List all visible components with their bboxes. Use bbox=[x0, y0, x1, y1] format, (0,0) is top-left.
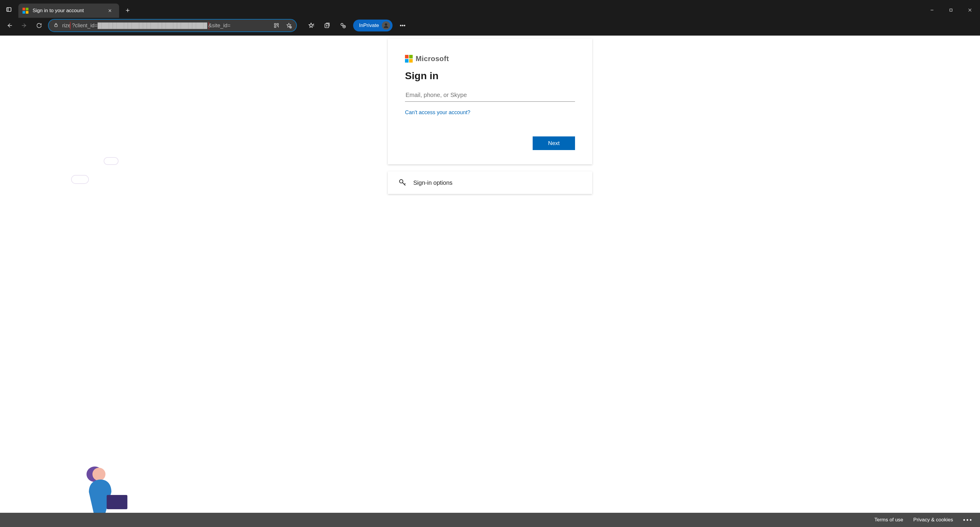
plus-icon bbox=[125, 8, 130, 13]
more-horizontal-icon bbox=[399, 22, 406, 29]
svg-point-8 bbox=[341, 24, 343, 26]
site-info-button[interactable] bbox=[53, 22, 59, 29]
qr-code-button[interactable] bbox=[272, 21, 281, 30]
new-tab-button[interactable] bbox=[121, 4, 134, 17]
svg-rect-2 bbox=[55, 25, 57, 27]
window-controls bbox=[924, 4, 978, 18]
address-bar-url: rize?client_id=█████████████████████████… bbox=[62, 22, 269, 29]
svg-point-12 bbox=[402, 25, 403, 26]
heart-pulse-icon bbox=[340, 22, 346, 29]
address-bar[interactable]: rize?client_id=█████████████████████████… bbox=[48, 19, 297, 32]
tab-title: Sign in to your account bbox=[33, 8, 102, 14]
microsoft-wordmark: Microsoft bbox=[416, 54, 449, 63]
favorites-button[interactable] bbox=[305, 19, 317, 32]
minimize-icon bbox=[930, 8, 934, 13]
collections-button[interactable] bbox=[321, 19, 333, 32]
star-plus-icon bbox=[286, 22, 292, 29]
page-footer: Terms of use Privacy & cookies ••• bbox=[0, 513, 980, 527]
nav-back-button[interactable] bbox=[3, 19, 15, 32]
next-button[interactable]: Next bbox=[533, 136, 575, 150]
window-maximize-button[interactable] bbox=[943, 4, 959, 16]
signin-options-button[interactable]: Sign-in options bbox=[388, 171, 592, 194]
signin-heading: Sign in bbox=[405, 70, 575, 81]
svg-point-15 bbox=[86, 466, 103, 482]
cant-access-account-link[interactable]: Can't access your account? bbox=[405, 109, 471, 116]
add-favorite-button[interactable] bbox=[285, 21, 293, 30]
svg-rect-5 bbox=[274, 26, 276, 27]
decorative-illustration-icon bbox=[68, 457, 133, 513]
page-viewport: Microsoft Sign in Can't access your acco… bbox=[0, 35, 980, 513]
svg-point-13 bbox=[404, 25, 405, 26]
privacy-cookies-link[interactable]: Privacy & cookies bbox=[913, 517, 953, 523]
arrow-right-icon bbox=[21, 22, 27, 29]
profile-avatar-icon bbox=[382, 21, 390, 30]
terms-of-use-link[interactable]: Terms of use bbox=[875, 517, 903, 523]
decorative-cloud-icon bbox=[71, 175, 89, 184]
titlebar: Sign in to your account bbox=[0, 0, 980, 18]
inprivate-label: InPrivate bbox=[359, 22, 379, 29]
tab-close-button[interactable] bbox=[106, 7, 114, 14]
svg-rect-17 bbox=[107, 495, 127, 509]
microsoft-logo: Microsoft bbox=[405, 54, 575, 63]
microsoft-favicon-icon bbox=[22, 8, 29, 14]
tab-actions-button[interactable] bbox=[3, 3, 15, 15]
url-redacted-segment: ?client_id=█████████████████████████████ bbox=[71, 22, 208, 29]
maximize-icon bbox=[948, 8, 953, 13]
active-tab[interactable]: Sign in to your account bbox=[18, 3, 119, 18]
microsoft-logo-icon bbox=[405, 55, 413, 62]
settings-menu-button[interactable] bbox=[397, 19, 409, 32]
svg-rect-4 bbox=[277, 24, 278, 25]
decorative-cloud-icon bbox=[104, 157, 118, 165]
svg-rect-3 bbox=[274, 24, 276, 25]
browser-chrome: Sign in to your account bbox=[0, 0, 980, 35]
tab-actions-icon bbox=[6, 6, 12, 13]
key-icon bbox=[398, 179, 407, 187]
svg-rect-1 bbox=[950, 9, 952, 11]
url-prefix: rize bbox=[62, 22, 71, 29]
svg-point-11 bbox=[400, 25, 401, 26]
qr-icon bbox=[274, 22, 279, 29]
inprivate-indicator[interactable]: InPrivate bbox=[353, 19, 393, 32]
collections-icon bbox=[324, 22, 330, 29]
browser-essentials-button[interactable] bbox=[337, 19, 349, 32]
nav-refresh-button[interactable] bbox=[33, 19, 45, 32]
signin-options-label: Sign-in options bbox=[413, 179, 452, 186]
toolbar-right: InPrivate bbox=[305, 19, 409, 32]
svg-point-10 bbox=[385, 24, 387, 26]
window-close-button[interactable] bbox=[962, 4, 978, 16]
nav-forward-button[interactable] bbox=[18, 19, 30, 32]
star-list-icon bbox=[308, 22, 314, 29]
svg-rect-0 bbox=[7, 8, 11, 11]
close-icon bbox=[967, 8, 972, 13]
close-icon bbox=[108, 9, 112, 13]
arrow-left-icon bbox=[6, 22, 13, 29]
url-suffix: &site_id= bbox=[208, 22, 231, 29]
signin-card: Microsoft Sign in Can't access your acco… bbox=[388, 38, 592, 164]
login-identifier-input[interactable] bbox=[405, 89, 575, 102]
footer-more-button[interactable]: ••• bbox=[963, 517, 973, 524]
lock-icon bbox=[53, 22, 59, 27]
svg-point-16 bbox=[92, 468, 105, 481]
toolbar: rize?client_id=█████████████████████████… bbox=[0, 18, 980, 35]
refresh-icon bbox=[36, 22, 42, 29]
window-minimize-button[interactable] bbox=[924, 4, 940, 16]
